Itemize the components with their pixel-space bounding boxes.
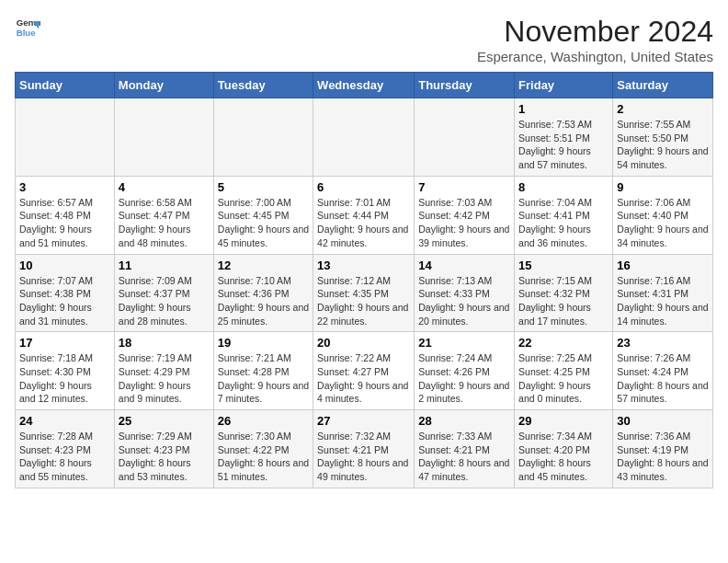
col-sunday: Sunday <box>16 73 115 98</box>
day-info: Sunrise: 7:03 AM Sunset: 4:42 PM Dayligh… <box>418 196 510 250</box>
day-number: 20 <box>317 336 410 350</box>
day-info: Sunrise: 7:21 AM Sunset: 4:28 PM Dayligh… <box>218 351 309 406</box>
cell-w4-d2: 18Sunrise: 7:19 AM Sunset: 4:29 PM Dayli… <box>114 332 213 410</box>
month-title: November 2024 <box>477 15 713 49</box>
logo: General Blue <box>15 15 40 40</box>
day-number: 13 <box>317 259 410 272</box>
cell-w3-d6: 15Sunrise: 7:15 AM Sunset: 4:32 PM Dayli… <box>515 254 613 332</box>
cell-w1-d2 <box>114 98 213 177</box>
cell-w3-d4: 13Sunrise: 7:12 AM Sunset: 4:35 PM Dayli… <box>313 254 415 332</box>
day-number: 14 <box>418 259 510 272</box>
cell-w4-d3: 19Sunrise: 7:21 AM Sunset: 4:28 PM Dayli… <box>213 332 313 410</box>
cell-w3-d1: 10Sunrise: 7:07 AM Sunset: 4:38 PM Dayli… <box>16 254 115 332</box>
week-row-1: 1Sunrise: 7:53 AM Sunset: 5:51 PM Daylig… <box>16 98 713 177</box>
day-number: 11 <box>119 259 210 272</box>
cell-w4-d4: 20Sunrise: 7:22 AM Sunset: 4:27 PM Dayli… <box>313 332 415 410</box>
col-thursday: Thursday <box>415 73 515 98</box>
day-info: Sunrise: 7:29 AM Sunset: 4:23 PM Dayligh… <box>119 430 210 484</box>
day-info: Sunrise: 7:30 AM Sunset: 4:22 PM Dayligh… <box>218 430 309 484</box>
calendar-header-row: Sunday Monday Tuesday Wednesday Thursday… <box>16 73 713 98</box>
day-number: 1 <box>518 102 609 116</box>
day-info: Sunrise: 7:13 AM Sunset: 4:33 PM Dayligh… <box>418 274 510 328</box>
cell-w2-d7: 9Sunrise: 7:06 AM Sunset: 4:40 PM Daylig… <box>613 176 713 254</box>
day-info: Sunrise: 7:16 AM Sunset: 4:31 PM Dayligh… <box>617 274 709 328</box>
day-number: 12 <box>218 259 309 272</box>
header: General Blue November 2024 Esperance, Wa… <box>15 15 713 64</box>
day-info: Sunrise: 7:15 AM Sunset: 4:32 PM Dayligh… <box>518 274 609 328</box>
day-number: 9 <box>617 180 709 194</box>
day-info: Sunrise: 7:04 AM Sunset: 4:41 PM Dayligh… <box>518 196 609 250</box>
day-info: Sunrise: 7:06 AM Sunset: 4:40 PM Dayligh… <box>617 196 709 250</box>
day-number: 18 <box>119 336 210 350</box>
day-info: Sunrise: 7:01 AM Sunset: 4:44 PM Dayligh… <box>317 196 410 250</box>
day-info: Sunrise: 7:28 AM Sunset: 4:23 PM Dayligh… <box>19 430 110 484</box>
day-number: 7 <box>418 180 510 194</box>
cell-w2-d2: 4Sunrise: 6:58 AM Sunset: 4:47 PM Daylig… <box>114 176 213 254</box>
col-wednesday: Wednesday <box>313 73 415 98</box>
day-number: 26 <box>218 414 309 428</box>
title-area: November 2024 Esperance, Washington, Uni… <box>477 15 713 64</box>
cell-w5-d7: 30Sunrise: 7:36 AM Sunset: 4:19 PM Dayli… <box>613 410 713 488</box>
day-info: Sunrise: 7:10 AM Sunset: 4:36 PM Dayligh… <box>218 274 309 328</box>
cell-w4-d1: 17Sunrise: 7:18 AM Sunset: 4:30 PM Dayli… <box>16 332 115 410</box>
day-number: 10 <box>19 259 110 272</box>
cell-w2-d5: 7Sunrise: 7:03 AM Sunset: 4:42 PM Daylig… <box>415 176 515 254</box>
day-info: Sunrise: 7:25 AM Sunset: 4:25 PM Dayligh… <box>518 351 609 406</box>
calendar-table: Sunday Monday Tuesday Wednesday Thursday… <box>15 72 713 488</box>
day-number: 30 <box>617 414 709 428</box>
location: Esperance, Washington, United States <box>477 49 713 64</box>
day-info: Sunrise: 7:36 AM Sunset: 4:19 PM Dayligh… <box>617 430 709 484</box>
day-info: Sunrise: 7:09 AM Sunset: 4:37 PM Dayligh… <box>119 274 210 328</box>
cell-w3-d5: 14Sunrise: 7:13 AM Sunset: 4:33 PM Dayli… <box>415 254 515 332</box>
day-info: Sunrise: 7:19 AM Sunset: 4:29 PM Dayligh… <box>119 351 210 406</box>
day-number: 21 <box>418 336 510 350</box>
cell-w1-d7: 2Sunrise: 7:55 AM Sunset: 5:50 PM Daylig… <box>613 98 713 177</box>
cell-w4-d6: 22Sunrise: 7:25 AM Sunset: 4:25 PM Dayli… <box>515 332 613 410</box>
day-number: 6 <box>317 180 410 194</box>
cell-w5-d6: 29Sunrise: 7:34 AM Sunset: 4:20 PM Dayli… <box>515 410 613 488</box>
col-monday: Monday <box>114 73 213 98</box>
day-number: 2 <box>617 102 709 116</box>
day-info: Sunrise: 6:57 AM Sunset: 4:48 PM Dayligh… <box>19 196 110 250</box>
logo-icon: General Blue <box>15 15 40 40</box>
cell-w2-d1: 3Sunrise: 6:57 AM Sunset: 4:48 PM Daylig… <box>16 176 115 254</box>
day-number: 28 <box>418 414 510 428</box>
day-info: Sunrise: 7:55 AM Sunset: 5:50 PM Dayligh… <box>617 118 709 172</box>
cell-w3-d7: 16Sunrise: 7:16 AM Sunset: 4:31 PM Dayli… <box>613 254 713 332</box>
cell-w1-d4 <box>313 98 415 177</box>
day-info: Sunrise: 7:00 AM Sunset: 4:45 PM Dayligh… <box>218 196 309 250</box>
day-number: 23 <box>617 336 709 350</box>
cell-w5-d5: 28Sunrise: 7:33 AM Sunset: 4:21 PM Dayli… <box>415 410 515 488</box>
day-number: 16 <box>617 259 709 272</box>
cell-w5-d3: 26Sunrise: 7:30 AM Sunset: 4:22 PM Dayli… <box>213 410 313 488</box>
cell-w2-d4: 6Sunrise: 7:01 AM Sunset: 4:44 PM Daylig… <box>313 176 415 254</box>
week-row-5: 24Sunrise: 7:28 AM Sunset: 4:23 PM Dayli… <box>16 410 713 488</box>
cell-w2-d6: 8Sunrise: 7:04 AM Sunset: 4:41 PM Daylig… <box>515 176 613 254</box>
day-number: 3 <box>19 180 110 194</box>
day-number: 25 <box>119 414 210 428</box>
cell-w3-d3: 12Sunrise: 7:10 AM Sunset: 4:36 PM Dayli… <box>213 254 313 332</box>
day-number: 27 <box>317 414 410 428</box>
week-row-4: 17Sunrise: 7:18 AM Sunset: 4:30 PM Dayli… <box>16 332 713 410</box>
day-number: 5 <box>218 180 309 194</box>
col-tuesday: Tuesday <box>213 73 313 98</box>
day-info: Sunrise: 7:24 AM Sunset: 4:26 PM Dayligh… <box>418 351 510 406</box>
day-number: 24 <box>19 414 110 428</box>
cell-w5-d2: 25Sunrise: 7:29 AM Sunset: 4:23 PM Dayli… <box>114 410 213 488</box>
day-info: Sunrise: 7:07 AM Sunset: 4:38 PM Dayligh… <box>19 274 110 328</box>
day-info: Sunrise: 7:18 AM Sunset: 4:30 PM Dayligh… <box>19 351 110 406</box>
day-number: 15 <box>518 259 609 272</box>
day-number: 4 <box>119 180 210 194</box>
week-row-2: 3Sunrise: 6:57 AM Sunset: 4:48 PM Daylig… <box>16 176 713 254</box>
cell-w5-d4: 27Sunrise: 7:32 AM Sunset: 4:21 PM Dayli… <box>313 410 415 488</box>
day-number: 17 <box>19 336 110 350</box>
day-info: Sunrise: 7:34 AM Sunset: 4:20 PM Dayligh… <box>518 430 609 484</box>
day-info: Sunrise: 7:12 AM Sunset: 4:35 PM Dayligh… <box>317 274 410 328</box>
cell-w5-d1: 24Sunrise: 7:28 AM Sunset: 4:23 PM Dayli… <box>16 410 115 488</box>
cell-w4-d5: 21Sunrise: 7:24 AM Sunset: 4:26 PM Dayli… <box>415 332 515 410</box>
cell-w2-d3: 5Sunrise: 7:00 AM Sunset: 4:45 PM Daylig… <box>213 176 313 254</box>
cell-w3-d2: 11Sunrise: 7:09 AM Sunset: 4:37 PM Dayli… <box>114 254 213 332</box>
week-row-3: 10Sunrise: 7:07 AM Sunset: 4:38 PM Dayli… <box>16 254 713 332</box>
day-info: Sunrise: 7:26 AM Sunset: 4:24 PM Dayligh… <box>617 351 709 406</box>
cell-w4-d7: 23Sunrise: 7:26 AM Sunset: 4:24 PM Dayli… <box>613 332 713 410</box>
